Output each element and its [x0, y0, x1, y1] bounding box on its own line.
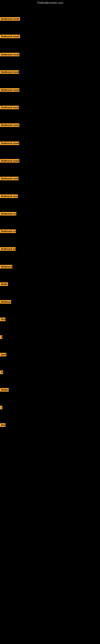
- bottleneck-result-badge[interactable]: Bottleneck result: [0, 194, 18, 198]
- bottleneck-result-badge[interactable]: B: [0, 335, 2, 339]
- bottleneck-result-row: B: [0, 335, 2, 340]
- bottleneck-result-row: Bottl: [0, 353, 6, 357]
- bottleneck-result-badge[interactable]: Bottleneck result: [0, 106, 19, 109]
- bottleneck-result-row: Bottleneck result: [0, 17, 20, 22]
- bottleneck-result-row: Bottleneck result: [0, 123, 19, 128]
- bottleneck-result-row: Bottleneck result: [0, 70, 19, 75]
- bottleneck-result-row: Bottleneck result: [0, 159, 19, 164]
- bottleneck-result-badge[interactable]: Bottleneck result: [0, 70, 19, 74]
- bottleneck-result-badge[interactable]: Bottleneck result: [0, 142, 19, 145]
- bottleneck-result-badge[interactable]: Bottleneck result: [0, 53, 19, 56]
- bottleneck-result-row: Bott: [0, 318, 6, 322]
- bottleneck-result-row: Bottleneck result: [0, 194, 18, 199]
- bottleneck-result-row: Bottleneck result: [0, 142, 19, 146]
- bottleneck-result-row: Bottleneck resu: [0, 230, 16, 234]
- bottleneck-result-row: Bottleneck resu: [0, 212, 16, 216]
- site-title: TheBottlenecker.com: [0, 0, 100, 6]
- bottleneck-result-badge[interactable]: Bottlen: [0, 388, 9, 392]
- bottleneck-result-row: Bottle: [0, 282, 8, 287]
- bottleneck-result-row: Bottleneck result: [0, 177, 19, 181]
- bottleneck-result-badge[interactable]: Bottleneck resu: [0, 247, 16, 251]
- bottleneck-result-badge[interactable]: Bottl: [0, 353, 6, 356]
- bottleneck-result-badge[interactable]: Bottleneck result: [0, 88, 19, 92]
- bottleneck-result-badge[interactable]: Bott: [0, 318, 6, 321]
- bottleneck-result-row: Bottleneck resu: [0, 247, 16, 252]
- bottleneck-result-row: Bottleneck result: [0, 106, 19, 110]
- bottleneck-result-row: Bo: [0, 370, 3, 375]
- bottleneck-result-badge[interactable]: Bo: [0, 370, 3, 374]
- bottleneck-result-badge[interactable]: Bottleneck: [0, 265, 12, 268]
- bottleneck-result-row: Bottleneck result: [0, 34, 20, 39]
- bottleneck-result-badge[interactable]: Bottleneck result: [0, 159, 19, 162]
- bottleneck-result-row: Bott: [0, 423, 6, 428]
- bottleneck-result-badge[interactable]: Bottleneck result: [0, 34, 20, 38]
- bottleneck-result-badge[interactable]: Bottleneck result: [0, 177, 19, 180]
- bottleneck-result-badge[interactable]: Bott: [0, 423, 6, 427]
- bottleneck-result-row: Bottlenec: [0, 300, 11, 304]
- bottleneck-result-badge[interactable]: |: [0, 406, 2, 409]
- bottleneck-result-badge[interactable]: Bottle: [0, 282, 8, 286]
- bottleneck-result-badge[interactable]: Bottleneck result: [0, 123, 19, 127]
- bottleneck-result-badge[interactable]: Bottleneck result: [0, 17, 20, 21]
- bottleneck-result-badge[interactable]: Bottleneck resu: [0, 212, 16, 216]
- bottleneck-result-badge[interactable]: Bottleneck resu: [0, 230, 16, 233]
- bottleneck-result-row: Bottleneck result: [0, 53, 19, 57]
- bottleneck-result-badge[interactable]: Bottlenec: [0, 300, 11, 304]
- bottleneck-result-row: Bottleneck: [0, 265, 12, 269]
- bottleneck-result-row: Bottleneck result: [0, 88, 19, 92]
- bottleneck-result-row: Bottlen: [0, 388, 9, 392]
- bottleneck-result-row: |: [0, 406, 2, 410]
